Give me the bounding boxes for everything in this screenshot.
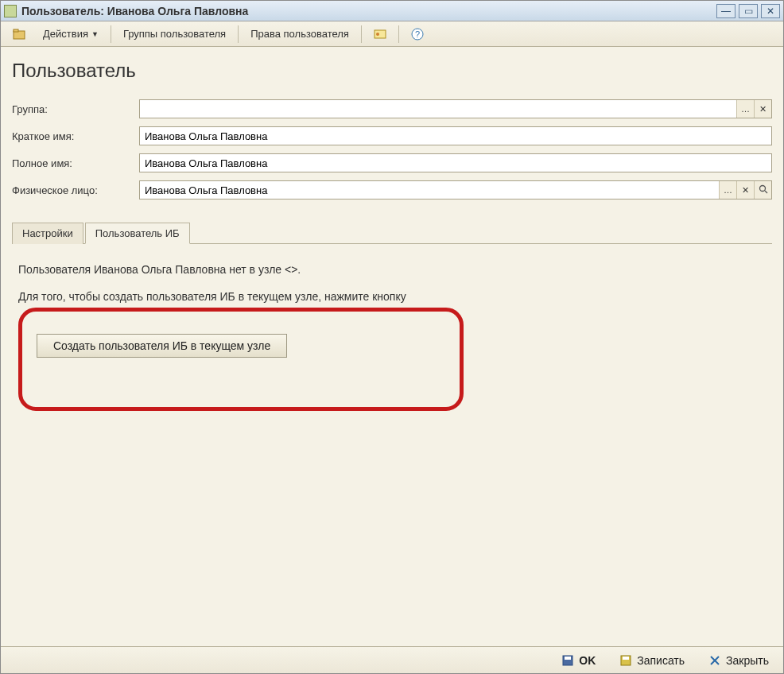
toolbar-separator (111, 25, 111, 43)
person-clear-button[interactable]: ✕ (736, 181, 754, 199)
ok-button[interactable]: OK (557, 652, 600, 669)
full-name-input[interactable] (140, 154, 771, 172)
person-select-button[interactable]: … (719, 181, 736, 199)
group-label: Группа: (12, 103, 139, 115)
help-button[interactable]: ? (404, 25, 431, 44)
chevron-down-icon: ▼ (91, 30, 99, 38)
close-button[interactable]: Закрыть (704, 652, 774, 669)
short-name-input[interactable] (140, 127, 771, 145)
person-search-button[interactable] (754, 181, 771, 199)
user-rights-label: Права пользователя (250, 28, 349, 40)
save-label: Записать (637, 654, 685, 667)
group-clear-button[interactable]: ✕ (754, 100, 771, 118)
folder-icon-button[interactable] (6, 25, 33, 44)
toolbar-separator (238, 25, 239, 43)
full-name-label: Полное имя: (12, 157, 139, 169)
person-row: Физическое лицо: … ✕ (12, 180, 772, 199)
tab-settings[interactable]: Настройки (12, 223, 83, 244)
close-label: Закрыть (726, 654, 769, 667)
status-line-2: Для того, чтобы создать пользователя ИБ … (18, 290, 766, 303)
user-card-icon-button[interactable] (367, 25, 394, 44)
actions-label: Действия (43, 28, 88, 40)
close-icon (708, 654, 721, 667)
tabs: Настройки Пользователь ИБ (12, 222, 772, 244)
svg-point-3 (376, 33, 379, 36)
status-line-1: Пользователя Иванова Ольга Павловна нет … (18, 263, 766, 276)
help-icon: ? (411, 28, 424, 41)
group-row: Группа: … ✕ (12, 99, 772, 118)
search-icon (759, 184, 768, 196)
window-icon (4, 5, 17, 17)
diskette-icon (619, 654, 632, 667)
highlighted-action-area: Создать пользователя ИБ в текущем узле (18, 308, 464, 411)
full-name-input-wrap (139, 153, 772, 172)
short-name-label: Краткое имя: (12, 130, 139, 142)
bottom-bar: OK Записать Закрыть (1, 646, 783, 673)
content-area: Пользователь Группа: … ✕ Краткое имя: По… (1, 47, 783, 646)
user-rights-button[interactable]: Права пользователя (243, 25, 356, 43)
user-card-icon (374, 28, 386, 41)
folder-icon (13, 28, 25, 41)
person-label: Физическое лицо: (12, 184, 139, 196)
actions-dropdown[interactable]: Действия ▼ (36, 25, 106, 43)
page-title: Пользователь (12, 60, 772, 82)
user-groups-button[interactable]: Группы пользователя (116, 25, 233, 43)
close-window-button[interactable]: ✕ (761, 4, 780, 18)
minimize-button[interactable]: — (716, 4, 735, 18)
create-ib-user-button[interactable]: Создать пользователя ИБ в текущем узле (37, 334, 287, 358)
person-input[interactable] (140, 181, 719, 199)
group-input[interactable] (140, 100, 736, 118)
save-icon (561, 654, 574, 667)
toolbar: Действия ▼ Группы пользователя Права пол… (1, 21, 783, 47)
group-select-button[interactable]: … (736, 100, 754, 118)
short-name-input-wrap (139, 126, 772, 145)
short-name-row: Краткое имя: (12, 126, 772, 145)
ok-label: OK (579, 654, 596, 667)
window-controls: — ▭ ✕ (716, 4, 780, 18)
save-button[interactable]: Записать (615, 652, 689, 669)
group-input-wrap: … ✕ (139, 99, 772, 118)
maximize-button[interactable]: ▭ (739, 4, 758, 18)
titlebar: Пользователь: Иванова Ольга Павловна — ▭… (1, 1, 783, 21)
svg-text:?: ? (415, 29, 420, 39)
svg-point-6 (759, 186, 765, 192)
user-window: Пользователь: Иванова Ольга Павловна — ▭… (0, 0, 784, 674)
toolbar-separator (361, 25, 362, 43)
full-name-row: Полное имя: (12, 153, 772, 172)
svg-rect-1 (14, 29, 18, 32)
svg-rect-11 (623, 657, 629, 660)
window-title: Пользователь: Иванова Ольга Павловна (21, 5, 716, 17)
svg-rect-9 (565, 657, 571, 660)
tab-ib-user[interactable]: Пользователь ИБ (85, 223, 190, 244)
person-input-wrap: … ✕ (139, 180, 772, 199)
tab-panel-ib-user: Пользователя Иванова Ольга Павловна нет … (12, 244, 772, 640)
svg-line-7 (765, 191, 767, 193)
user-groups-label: Группы пользователя (123, 28, 226, 40)
toolbar-separator (398, 25, 399, 43)
